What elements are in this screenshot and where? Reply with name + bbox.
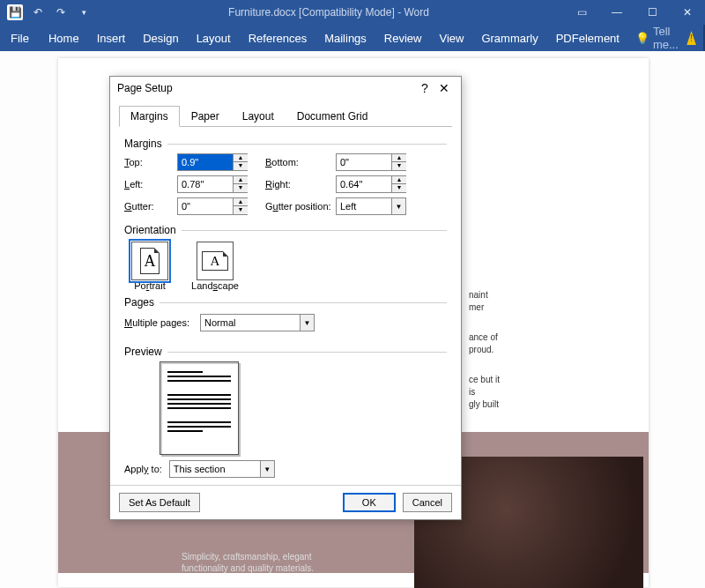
tab-design[interactable]: Design <box>134 25 187 51</box>
ribbon: File Home Insert Design Layout Reference… <box>0 25 705 51</box>
ribbon-tabs: Home Insert Design Layout References Mai… <box>40 25 628 51</box>
label-right: Right: <box>256 179 336 190</box>
bottom-margin-input[interactable]: ▲▼ <box>336 153 406 171</box>
spin-down[interactable]: ▼ <box>234 162 248 170</box>
label-apply-to: Apply to: <box>124 464 162 474</box>
multiple-pages-value: Normal <box>201 315 300 331</box>
save-button[interactable]: 💾 <box>5 3 25 22</box>
dialog-tab-document-grid[interactable]: Document Grid <box>286 106 380 127</box>
label-multiple-pages: Multiple pages: <box>124 317 189 328</box>
tab-pdfelement[interactable]: PDFelement <box>547 25 628 51</box>
orientation-row: A Portrait A Landscape <box>124 242 447 291</box>
cancel-button[interactable]: Cancel <box>403 493 452 512</box>
gutter-position-value: Left <box>337 198 391 214</box>
qat: 💾 ↶ ↷ ▾ <box>0 3 93 22</box>
dialog-tabs: Margins Paper Layout Document Grid <box>119 105 452 127</box>
qat-customize[interactable]: ▾ <box>74 3 93 22</box>
label-top: Top: <box>124 157 177 167</box>
gutter-input[interactable]: ▲▼ <box>177 197 248 215</box>
undo-button[interactable]: ↶ <box>28 3 48 22</box>
landscape-icon: A <box>197 242 234 280</box>
apply-to-value: This section <box>170 461 260 477</box>
dialog-title: Page Setup <box>117 82 415 94</box>
spin-up[interactable]: ▲ <box>392 176 406 184</box>
section-orientation-label: Orientation <box>124 224 447 236</box>
window-controls: ▭ — ☐ ✕ <box>564 0 705 25</box>
close-window-button[interactable]: ✕ <box>670 0 705 25</box>
dialog-tab-paper[interactable]: Paper <box>180 106 231 127</box>
titlebar: 💾 ↶ ↷ ▾ Furniture.docx [Compatibility Mo… <box>0 0 705 25</box>
dialog-tab-margins[interactable]: Margins <box>119 106 180 127</box>
warning-icon: ! <box>686 31 696 45</box>
orientation-landscape[interactable]: A Landscape <box>189 242 241 291</box>
label-gutter: Gutter: <box>124 201 177 212</box>
dialog-help-button[interactable]: ? <box>415 81 434 95</box>
spin-down[interactable]: ▼ <box>392 184 406 192</box>
redo-button[interactable]: ↷ <box>51 3 70 22</box>
tell-me-label: Tell me... <box>653 25 683 51</box>
section-pages-label: Pages <box>124 296 447 309</box>
label-gutter-position: Gutter position: <box>256 201 336 212</box>
portrait-icon: A <box>131 242 168 280</box>
spin-up[interactable]: ▲ <box>234 198 248 206</box>
document-caption: Simplicity, craftsmanship, elegant funct… <box>182 551 314 574</box>
label-left: Left: <box>124 179 177 190</box>
minimize-button[interactable]: — <box>599 0 634 25</box>
document-text-fragment: naint mer ance of proud. ce but it is gl… <box>469 289 504 411</box>
right-margin-field[interactable] <box>337 176 391 192</box>
lightbulb-icon: 💡 <box>635 32 649 45</box>
page-setup-dialog: Page Setup ? ✕ Margins Paper Layout Docu… <box>109 76 462 520</box>
dialog-titlebar[interactable]: Page Setup ? ✕ <box>110 77 461 100</box>
tab-layout[interactable]: Layout <box>188 25 240 51</box>
spin-up[interactable]: ▲ <box>234 176 248 184</box>
ribbon-options-button[interactable]: ▭ <box>564 0 599 25</box>
left-margin-field[interactable] <box>178 176 233 192</box>
tell-me-search[interactable]: 💡 Tell me... ! <box>628 25 703 51</box>
spin-down[interactable]: ▼ <box>392 162 406 170</box>
landscape-label: Landscape <box>191 280 239 291</box>
tab-mailings[interactable]: Mailings <box>315 25 375 51</box>
label-bottom: Bottom: <box>256 157 336 167</box>
gutter-field[interactable] <box>178 198 233 214</box>
spin-down[interactable]: ▼ <box>234 206 248 214</box>
maximize-button[interactable]: ☐ <box>634 0 670 25</box>
bottom-margin-field[interactable] <box>337 154 391 170</box>
spin-down[interactable]: ▼ <box>234 184 248 192</box>
window-title: Furniture.docx [Compatibility Mode] - Wo… <box>93 6 564 19</box>
dialog-footer: Set As Default OK Cancel <box>110 485 461 519</box>
dialog-close-button[interactable]: ✕ <box>434 81 454 95</box>
tab-review[interactable]: Review <box>375 25 431 51</box>
tab-view[interactable]: View <box>430 25 472 51</box>
tab-references[interactable]: References <box>240 25 315 51</box>
top-margin-field[interactable] <box>178 154 233 170</box>
multiple-pages-combo[interactable]: Normal ▼ <box>200 314 315 331</box>
tab-insert[interactable]: Insert <box>88 25 135 51</box>
margins-grid: Top: ▲▼ Bottom: ▲▼ Left: ▲▼ Right: ▲▼ Gu… <box>124 153 447 215</box>
spin-up[interactable]: ▲ <box>234 154 248 162</box>
section-preview-label: Preview <box>124 346 447 358</box>
section-margins-label: Margins <box>124 138 447 150</box>
chevron-down-icon[interactable]: ▼ <box>260 461 274 477</box>
orientation-portrait[interactable]: A Portrait <box>124 242 175 291</box>
file-tab[interactable]: File <box>0 25 40 51</box>
tab-home[interactable]: Home <box>40 25 88 51</box>
apply-to-combo[interactable]: This section ▼ <box>169 460 275 478</box>
chevron-down-icon[interactable]: ▼ <box>300 315 314 331</box>
spin-up[interactable]: ▲ <box>392 154 406 162</box>
set-as-default-button[interactable]: Set As Default <box>119 493 200 512</box>
portrait-label: Portrait <box>134 280 165 291</box>
tab-grammarly[interactable]: Grammarly <box>472 25 546 51</box>
ok-button[interactable]: OK <box>343 493 396 512</box>
preview-thumbnail <box>160 361 239 455</box>
gutter-position-combo[interactable]: Left ▼ <box>336 197 406 215</box>
dialog-tab-layout[interactable]: Layout <box>231 106 286 127</box>
right-margin-input[interactable]: ▲▼ <box>336 175 406 193</box>
top-margin-input[interactable]: ▲▼ <box>177 153 248 171</box>
left-margin-input[interactable]: ▲▼ <box>177 175 248 193</box>
chevron-down-icon[interactable]: ▼ <box>391 198 405 214</box>
